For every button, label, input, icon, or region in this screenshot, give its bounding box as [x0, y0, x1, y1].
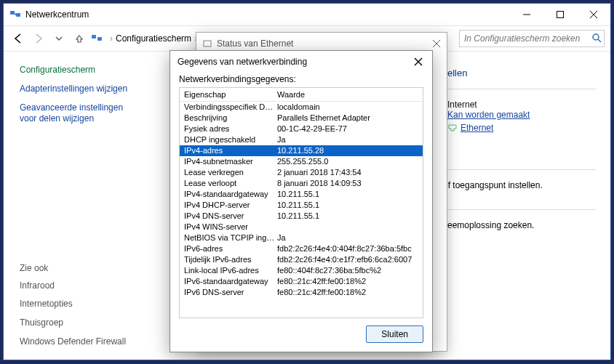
property-value: Parallels Ethernet Adapter — [277, 113, 418, 124]
breadcrumb-icon — [91, 33, 103, 44]
sidebar-link-adapter[interactable]: Adapterinstellingen wijzigen — [20, 84, 139, 95]
property-name: Link-local IPv6-adres — [184, 265, 277, 276]
property-name: Verbindingsspecifiek DN... — [184, 102, 277, 113]
property-name: Lease verloopt — [184, 178, 277, 189]
details-dialog-title: Gegevens van netwerkverbinding — [178, 57, 307, 67]
property-value: 00-1C-42-29-EE-77 — [277, 124, 418, 134]
search-icon — [591, 33, 602, 43]
property-value: fdb2:2c26:f4e4:0:404f:8c27:36ba:5fbc — [277, 243, 418, 254]
property-value: Ja — [277, 232, 418, 243]
property-value: fe80::21c:42ff:fe00:18%2 — [277, 276, 418, 287]
property-row[interactable]: IPv4 DNS-server10.211.55.1 — [180, 211, 423, 222]
property-value — [277, 222, 418, 232]
svg-rect-3 — [557, 12, 564, 18]
property-name: DHCP ingeschakeld — [184, 134, 277, 145]
svg-line-9 — [598, 39, 601, 42]
search-input[interactable] — [459, 30, 605, 47]
property-name: IPv4-adres — [184, 145, 277, 156]
internet-label: Internet — [447, 100, 596, 110]
ethernet-link[interactable]: Ethernet — [460, 123, 493, 133]
back-button[interactable] — [9, 30, 27, 47]
search-box[interactable] — [459, 30, 605, 47]
property-row[interactable]: Link-local IPv6-adresfe80::404f:8c27:36b… — [180, 265, 423, 276]
close-details-button[interactable]: Sluiten — [366, 325, 423, 343]
property-row[interactable]: IPv4 WINS-server — [180, 222, 423, 232]
col-property: Eigenschap — [184, 88, 277, 101]
property-name: IPv4-subnetmasker — [184, 156, 277, 167]
forward-button[interactable] — [30, 30, 47, 47]
property-value: 8 januari 2018 14:09:53 — [277, 178, 418, 189]
property-row[interactable]: IPv4 DHCP-server10.211.55.1 — [180, 200, 423, 211]
property-header: Eigenschap Waarde — [180, 88, 423, 102]
property-name: Lease verkregen — [184, 167, 277, 178]
close-icon[interactable] — [432, 39, 441, 48]
minimize-button[interactable] — [510, 4, 543, 25]
window-title: Netwerkcentrum — [25, 9, 89, 20]
svg-point-8 — [593, 34, 599, 40]
property-row[interactable]: IPv6-standaardgatewayfe80::21c:42ff:fe00… — [180, 276, 423, 287]
titlebar: Netwerkcentrum — [4, 4, 610, 25]
details-subtitle: Netwerkverbindingsgegevens: — [170, 73, 432, 87]
property-row[interactable]: Tijdelijk IPv6-adresfdb2:2c26:f4e4:0:e1f… — [180, 254, 423, 265]
property-value: Ja — [277, 134, 418, 145]
property-name: IPv4 DNS-server — [184, 211, 277, 222]
property-row[interactable]: Fysiek adres00-1C-42-29-EE-77 — [180, 124, 423, 134]
property-row[interactable]: Lease verloopt8 januari 2018 14:09:53 — [180, 178, 423, 189]
property-value: fe80::404f:8c27:36ba:5fbc%2 — [277, 265, 418, 276]
property-row[interactable]: IPv4-standaardgateway10.211.55.1 — [180, 189, 423, 200]
property-name: Beschrijving — [184, 113, 277, 124]
see-also-homegroup[interactable]: Thuisgroep — [20, 318, 139, 329]
setup-text-fragment: er of toegangspunt instellen. — [433, 180, 596, 190]
property-value: 255.255.255.0 — [277, 156, 418, 167]
close-window-button[interactable] — [577, 4, 610, 25]
see-also-firewall[interactable]: Windows Defender Firewall — [20, 336, 139, 348]
networkcenter-window: Netwerkcentrum › Configuratiescherm › Co… — [3, 3, 611, 360]
property-list[interactable]: Eigenschap Waarde Verbindingsspecifiek D… — [179, 87, 423, 318]
sidebar-heading: Configuratiescherm — [20, 65, 139, 75]
property-name: IPv4 WINS-server — [184, 222, 277, 232]
property-value: 10.211.55.28 — [277, 145, 418, 156]
property-name: Fysiek adres — [184, 124, 277, 134]
property-row[interactable]: IPv4-subnetmasker255.255.255.0 — [180, 156, 423, 167]
networkcenter-icon — [9, 9, 21, 20]
property-row[interactable]: BeschrijvingParallels Ethernet Adapter — [180, 113, 423, 124]
page-title-fragment: ellen — [447, 68, 596, 78]
maximize-button[interactable] — [543, 4, 577, 25]
see-also-infrared[interactable]: Infrarood — [20, 280, 139, 292]
recent-locations-button[interactable] — [50, 30, 68, 47]
breadcrumb-item[interactable]: Configuratiescherm — [116, 33, 191, 44]
property-row[interactable]: DHCP ingeschakeldJa — [180, 134, 423, 145]
close-button[interactable] — [412, 55, 425, 68]
property-row[interactable]: Lease verkregen2 januari 2018 17:43:54 — [180, 167, 423, 178]
property-name: IPv4-standaardgateway — [184, 189, 277, 200]
ethernet-icon — [447, 123, 458, 133]
property-name: Tijdelijk IPv6-adres — [184, 254, 277, 265]
property-row[interactable]: IPv6 DNS-serverfe80::21c:42ff:fe00:18%2 — [180, 287, 423, 298]
property-value: fdb2:2c26:f4e4:0:e1f7:efb6:6ca2:6007 — [277, 254, 418, 265]
troubleshoot-text-fragment: robleemoplossing zoeken. — [433, 220, 596, 230]
property-row[interactable]: Verbindingsspecifiek DN...localdomain — [180, 102, 423, 113]
property-value: 10.211.55.1 — [277, 189, 418, 200]
svg-rect-10 — [204, 41, 211, 46]
property-name: IPv4 DHCP-server — [184, 200, 277, 211]
see-also-internetoptions[interactable]: Internetopties — [20, 299, 139, 310]
property-row[interactable]: NetBIOS via TCPIP inges...Ja — [180, 232, 423, 243]
cannot-connect-link[interactable]: Kan worden gemaakt — [447, 110, 530, 120]
property-value: 10.211.55.1 — [277, 211, 418, 222]
up-button[interactable] — [71, 30, 88, 47]
property-name: IPv6-adres — [184, 243, 277, 254]
property-name: NetBIOS via TCPIP inges... — [184, 232, 277, 243]
property-name: IPv6-standaardgateway — [184, 276, 277, 287]
property-row[interactable]: IPv6-adresfdb2:2c26:f4e4:0:404f:8c27:36b… — [180, 243, 423, 254]
property-value: 2 januari 2018 17:43:54 — [277, 167, 418, 178]
see-also-heading: Zie ook — [20, 263, 139, 273]
network-details-dialog: Gegevens van netwerkverbinding Netwerkve… — [170, 50, 433, 352]
svg-rect-1 — [16, 13, 20, 17]
property-value: localdomain — [277, 102, 418, 113]
property-name: IPv6 DNS-server — [184, 287, 277, 298]
svg-rect-7 — [97, 37, 102, 41]
sidebar-link-sharing[interactable]: Geavanceerde instellingen voor delen wij… — [20, 102, 139, 125]
status-dialog-title: Status van Ethernet — [217, 39, 293, 49]
property-row[interactable]: IPv4-adres10.211.55.28 — [180, 145, 423, 156]
property-value: 10.211.55.1 — [277, 200, 418, 211]
